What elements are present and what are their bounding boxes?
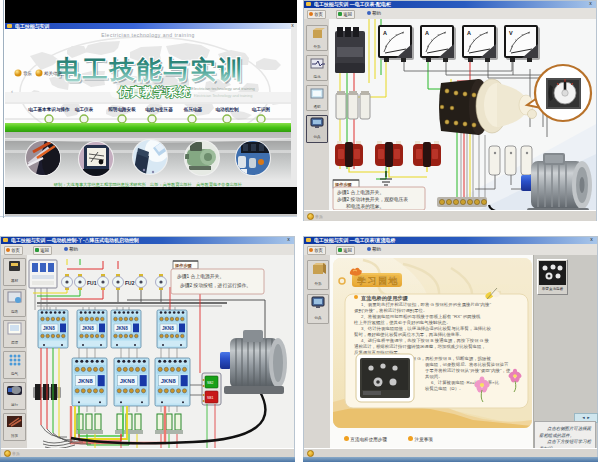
svg-text:电工仪表: 电工仪表: [75, 106, 94, 113]
svg-text:学习园地: 学习园地: [357, 276, 399, 286]
svg-text:和电流表的现象。: 和电流表的现象。: [346, 203, 384, 210]
svg-text:直流电桥的使用步骤: 直流电桥的使用步骤: [360, 295, 409, 302]
svg-text:臂时，最好能使比较臂的高位不为零，再选择比值倍率。: 臂时，最好能使比较臂的高位不为零，再选择比值倍率。: [354, 331, 464, 338]
svg-text:Electrician Technology and: Electrician Technology and training: [194, 94, 253, 98]
svg-text:通检流计，根据检流计指针偏转情况调整，增加或减少比较臂电阻，: 通检流计，根据检流计指针偏转情况调整，增加或减少比较臂电阻，: [354, 343, 486, 350]
svg-text:A: A: [467, 30, 471, 36]
svg-text:A: A: [425, 30, 429, 36]
svg-text:V: V: [509, 30, 513, 36]
svg-text:电工识图: 电工识图: [252, 106, 271, 113]
svg-text:FU2: FU2: [125, 280, 135, 286]
svg-text:点击右侧图片可选择观: 点击右侧图片可选择观: [547, 426, 592, 431]
svg-text:FU1: FU1: [87, 280, 97, 286]
svg-text:SB2: SB2: [207, 381, 214, 385]
svg-text:3、估计待测电阻阻值，以便选择合适的比较臂与比率臂，选择比较: 3、估计待测电阻阻值，以便选择合适的比较臂与比率臂，选择比较: [361, 325, 491, 332]
svg-text:拨到"外接"，将检流计指针调到零位。: 拨到"外接"，将检流计指针调到零位。: [354, 308, 427, 313]
svg-text:Electrician technology and tra: Electrician technology and training: [191, 86, 255, 91]
svg-text:Electrician technology and tra: Electrician technology and training: [101, 32, 195, 38]
svg-text:仿真教学系统: 仿真教学系统: [117, 85, 191, 99]
svg-text:察相组成的器件。: 察相组成的器件。: [539, 433, 574, 438]
svg-text:电机与变压器: 电机与变压器: [145, 106, 173, 113]
svg-text:‹: ‹: [11, 88, 13, 94]
svg-text:6、计算被测电阻: Rx=比值倍率×比: 6、计算被测电阻: Rx=比值倍率×比: [431, 380, 500, 385]
svg-text:JKN8: JKN8: [78, 378, 94, 384]
svg-text:电工技能与实训: 电工技能与实训: [56, 55, 245, 83]
svg-text:研制：大连海事大学信息工程学院信息技术研究所 出版：高等教育: 研制：大连海事大学信息工程学院信息技术研究所 出版：高等教育出版社 高等教育电子…: [54, 182, 242, 187]
svg-text:点击下方按钮可学习相: 点击下方按钮可学习相: [547, 439, 592, 444]
svg-text:相关信息: 相关信息: [44, 71, 63, 76]
svg-text:低压电器: 低压电器: [183, 106, 203, 113]
svg-text:-CC: -CC: [157, 85, 166, 91]
svg-text:SB1: SB1: [207, 396, 214, 400]
svg-text:较臂总电阻（Ω）。: 较臂总电阻（Ω）。: [425, 385, 463, 391]
svg-text:JKN8: JKN8: [116, 326, 128, 331]
svg-text:音乐: 音乐: [23, 71, 33, 76]
svg-text:JKN8: JKN8: [162, 326, 174, 331]
svg-text:JKN8: JKN8: [161, 378, 177, 384]
svg-text:JKN8: JKN8: [82, 326, 94, 331]
svg-text:步骤1 合上电源开关。: 步骤1 合上电源开关。: [337, 189, 384, 196]
svg-text:步骤2 按动转换开关，观察电压表: 步骤2 按动转换开关，观察电压表: [337, 196, 408, 203]
svg-text:4、进行电桥平衡调节，先按下按钮 B 接通电源，再按下按钮: 4、进行电桥平衡调节，先按下按钮 B 接通电源，再按下按钮 G 接: [361, 337, 489, 344]
svg-text:于零并将检流计按钮从"外接"拨回"内接"，使: 于零并将检流计按钮从"外接"拨回"内接"，使: [425, 368, 511, 373]
svg-text:JKN8: JKN8: [120, 378, 136, 384]
svg-text:电工基本常识与操作: 电工基本常识与操作: [28, 106, 70, 113]
svg-text:测电阻，记录数据后。将各比较臂旋钮旋置: 测电阻，记录数据后。将各比较臂旋钮旋置: [425, 361, 509, 367]
svg-text:步骤2 按动按钮，进行运行操作。: 步骤2 按动按钮，进行运行操作。: [180, 282, 251, 289]
svg-text:步骤1 合上电源开关。: 步骤1 合上电源开关。: [177, 273, 224, 280]
svg-text:A: A: [383, 30, 387, 36]
svg-text:照明电路安装: 照明电路安装: [108, 106, 136, 113]
svg-text:JKN8: JKN8: [43, 326, 55, 331]
